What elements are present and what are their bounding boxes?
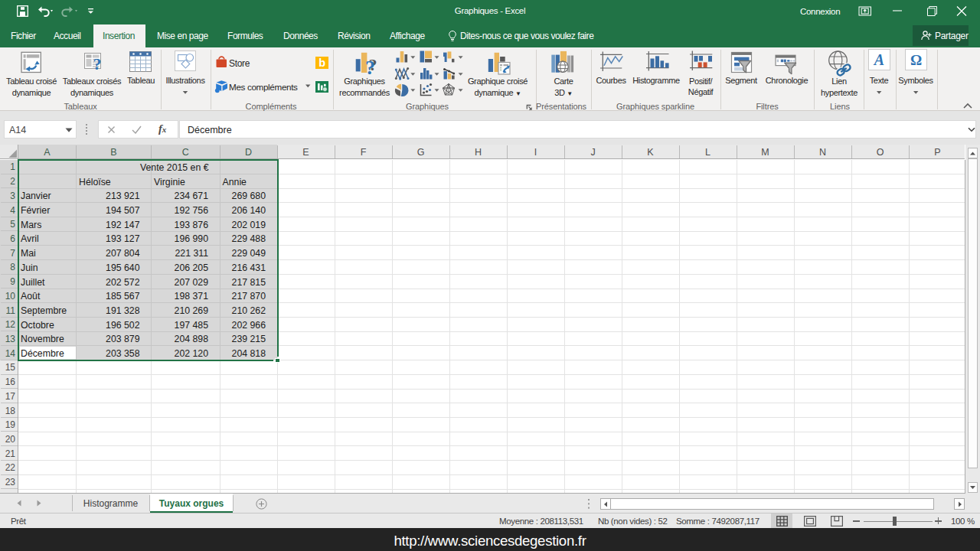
svg-text:b: b <box>318 57 325 69</box>
svg-text:?: ? <box>93 54 102 73</box>
svg-text:A: A <box>873 51 884 68</box>
svg-text:?: ? <box>365 57 375 79</box>
svg-text:Ω: Ω <box>910 52 922 68</box>
